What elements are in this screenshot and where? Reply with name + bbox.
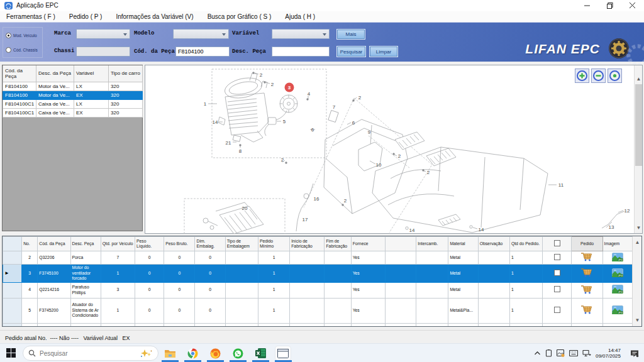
detail-row[interactable]: ►3F3745100Motor do ventilador forcado100… bbox=[3, 265, 633, 283]
modelo-dropdown[interactable] bbox=[173, 29, 229, 39]
cell[interactable]: 2 bbox=[22, 251, 38, 265]
cell[interactable] bbox=[478, 282, 509, 298]
scroll-down-icon[interactable]: ▼ bbox=[633, 315, 642, 324]
tray-network-icon[interactable] bbox=[582, 350, 591, 357]
part-image-cell[interactable]: JPG bbox=[602, 282, 633, 298]
menu-pedido[interactable]: Pedido ( P ) bbox=[69, 13, 103, 20]
cell[interactable] bbox=[385, 282, 416, 298]
part-callout-8[interactable]: 8 bbox=[239, 148, 242, 154]
tray-photo-icon[interactable] bbox=[557, 349, 565, 357]
part-callout-11[interactable]: 11 bbox=[558, 182, 564, 188]
parts-diagram[interactable]: 12234514218726692102216172021112131414 bbox=[145, 65, 635, 234]
part-image-cell[interactable]: JPG bbox=[602, 298, 633, 323]
part-callout-12[interactable]: 12 bbox=[625, 208, 630, 214]
row-checkbox[interactable] bbox=[554, 286, 560, 292]
taskbar-file-explorer-icon[interactable] bbox=[162, 346, 177, 360]
cell[interactable]: F3745100 bbox=[38, 265, 70, 283]
part-callout-21[interactable]: 21 bbox=[226, 140, 231, 146]
image-thumbnail-icon[interactable]: JPG bbox=[612, 305, 623, 314]
cell[interactable] bbox=[325, 265, 351, 283]
cell[interactable]: 0 bbox=[135, 265, 164, 283]
cell[interactable]: Metal&Pla... bbox=[448, 298, 478, 323]
cell[interactable] bbox=[385, 298, 416, 323]
parts-result-row[interactable]: F8104100C1Caixa de Ve...EX320 bbox=[3, 108, 143, 117]
cell[interactable]: EX bbox=[74, 108, 109, 117]
cell[interactable]: F8104100C1 bbox=[3, 99, 36, 108]
taskbar-whatsapp-icon[interactable] bbox=[230, 346, 245, 360]
radio-cod-chassis[interactable]: Cód. Chassis bbox=[6, 47, 38, 53]
cell[interactable]: 1 bbox=[509, 265, 542, 283]
cell[interactable] bbox=[416, 265, 448, 283]
cod-peca-input[interactable] bbox=[175, 47, 230, 57]
cell[interactable] bbox=[290, 282, 325, 298]
cell[interactable]: Yes bbox=[351, 251, 385, 265]
detail-vertical-scrollbar[interactable]: ▲ ▼ bbox=[632, 236, 641, 326]
cell[interactable]: 0 bbox=[195, 298, 225, 323]
cell[interactable]: 5 bbox=[22, 298, 38, 323]
select-checkbox-cell[interactable] bbox=[543, 298, 572, 323]
add-to-order-cell[interactable] bbox=[572, 282, 602, 298]
cell[interactable]: 1 bbox=[509, 282, 542, 298]
cell[interactable]: 0 bbox=[135, 298, 164, 323]
cell[interactable] bbox=[225, 282, 258, 298]
cell[interactable]: 3 bbox=[101, 282, 135, 298]
taskbar-epc-app-icon[interactable] bbox=[275, 346, 291, 360]
cell[interactable]: 1 bbox=[258, 282, 289, 298]
part-callout-2[interactable]: 2 bbox=[427, 170, 430, 175]
zoom-reset-button[interactable] bbox=[608, 69, 622, 83]
image-thumbnail-icon[interactable]: JPG bbox=[612, 285, 623, 293]
scrollbar-thumb[interactable] bbox=[635, 84, 642, 166]
pesquisar-button[interactable]: Pesquisar bbox=[337, 47, 365, 57]
cell[interactable]: Motor da Ve... bbox=[36, 90, 74, 99]
select-checkbox-cell[interactable] bbox=[543, 251, 572, 265]
part-callout-2[interactable]: 2 bbox=[281, 157, 284, 163]
parts-result-row[interactable]: F8104100Motor da Ve...LX320 bbox=[3, 82, 143, 90]
taskbar-clock[interactable]: 14:47 09/07/2025 bbox=[596, 348, 621, 359]
tray-device-icon[interactable] bbox=[545, 349, 552, 357]
zoom-out-button[interactable] bbox=[591, 69, 606, 83]
cell[interactable] bbox=[478, 251, 509, 265]
cell[interactable]: F8104100 bbox=[3, 90, 36, 99]
row-checkbox[interactable] bbox=[554, 254, 560, 260]
part-callout-10[interactable]: 10 bbox=[376, 162, 382, 168]
zoom-in-button[interactable] bbox=[575, 69, 589, 83]
cell[interactable]: Caixa de Ve... bbox=[36, 99, 74, 108]
scroll-up-icon[interactable]: ▲ bbox=[635, 74, 643, 83]
cell[interactable]: 1 bbox=[258, 298, 289, 323]
cell[interactable]: Q2214216 bbox=[38, 282, 70, 298]
cell[interactable]: Yes bbox=[351, 265, 385, 283]
cell[interactable] bbox=[325, 282, 351, 298]
cell[interactable]: EX bbox=[74, 90, 109, 99]
detail-row[interactable]: 5F3745200Atuador do Sistema de Ar Condic… bbox=[3, 298, 633, 323]
maximize-button[interactable] bbox=[599, 0, 621, 11]
taskbar-chrome-icon[interactable] bbox=[185, 346, 200, 360]
cell[interactable]: 1 bbox=[101, 298, 135, 323]
cell[interactable]: LX bbox=[74, 99, 109, 108]
tray-keyboard-icon[interactable] bbox=[569, 350, 578, 356]
cell[interactable] bbox=[290, 251, 325, 265]
part-callout-14[interactable]: 14 bbox=[409, 228, 415, 233]
cart-icon[interactable] bbox=[580, 285, 593, 294]
image-thumbnail-icon[interactable]: JPG bbox=[612, 253, 623, 261]
cell[interactable]: Yes bbox=[351, 298, 385, 323]
part-callout-20[interactable]: 20 bbox=[242, 206, 248, 211]
cell[interactable]: Parafuso Phillips bbox=[70, 282, 101, 298]
cell[interactable]: Motor do ventilador forcado bbox=[70, 265, 101, 283]
row-checkbox[interactable] bbox=[554, 307, 560, 313]
cell[interactable]: F8104100 bbox=[3, 82, 36, 90]
row-selector[interactable] bbox=[3, 282, 22, 298]
scroll-down-icon[interactable]: ▼ bbox=[635, 223, 643, 232]
row-selector[interactable]: ► bbox=[3, 265, 22, 283]
cell[interactable] bbox=[478, 298, 509, 323]
add-to-order-cell[interactable] bbox=[572, 298, 602, 323]
cart-icon[interactable] bbox=[580, 252, 593, 261]
part-callout-7[interactable]: 7 bbox=[333, 104, 336, 110]
part-callout-16[interactable]: 16 bbox=[314, 196, 319, 202]
cell[interactable]: 0 bbox=[195, 282, 225, 298]
cell[interactable] bbox=[325, 251, 351, 265]
part-callout-14[interactable]: 14 bbox=[213, 119, 218, 125]
scroll-up-icon[interactable]: ▲ bbox=[633, 238, 642, 246]
cell[interactable] bbox=[416, 251, 448, 265]
cell[interactable]: 0 bbox=[164, 265, 195, 283]
cell[interactable]: Metal bbox=[448, 251, 478, 265]
